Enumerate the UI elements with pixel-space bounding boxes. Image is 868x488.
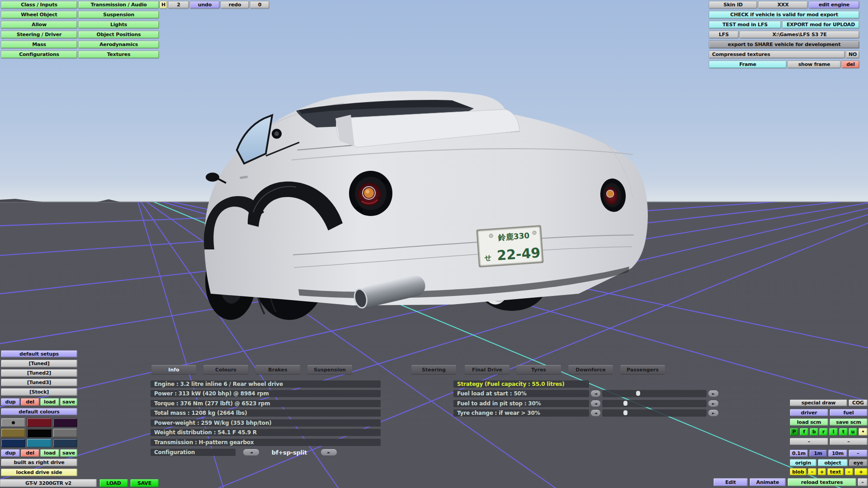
driver-button[interactable]: driver xyxy=(790,409,828,416)
setup-load-button[interactable]: load xyxy=(40,398,59,406)
colour-swatch-6[interactable] xyxy=(53,428,77,437)
edit-mode-button[interactable]: Edit xyxy=(713,478,748,486)
reload-textures-button[interactable]: reload textures xyxy=(788,478,856,486)
pit-fuel-increase-button[interactable]: ► xyxy=(708,400,718,407)
colour-swatch-4[interactable] xyxy=(1,428,25,437)
setup-item-tuned[interactable]: [Tuned] xyxy=(1,360,77,367)
menu-steering-driver[interactable]: Steering / Driver xyxy=(1,31,77,38)
tab-passengers[interactable]: Passengers xyxy=(620,365,665,374)
blob-button[interactable]: blob xyxy=(790,468,807,475)
blob-minus-button[interactable]: – xyxy=(808,468,816,475)
menu-configurations[interactable]: Configurations xyxy=(1,51,77,58)
toggle-f-button[interactable]: f xyxy=(800,428,808,436)
tab-colours[interactable]: Colours xyxy=(203,365,248,374)
colour-swatch-9[interactable] xyxy=(53,439,77,447)
check-valid-button[interactable]: CHECK if vehicle is valid for mod export xyxy=(709,11,859,19)
colour-swatch-7[interactable] xyxy=(1,439,25,447)
eye-button[interactable]: eye xyxy=(849,459,868,466)
vehicle-save-button[interactable]: SAVE xyxy=(130,479,159,487)
configuration-prev-button[interactable]: ◄ xyxy=(243,449,259,455)
setup-save-button[interactable]: save xyxy=(60,398,77,406)
menu-class-inputs[interactable]: Class / Inputs xyxy=(1,1,77,9)
text-plus-button[interactable]: + xyxy=(854,468,868,475)
built-drive-side-button[interactable]: built as right drive xyxy=(1,459,77,466)
tab-tyres[interactable]: Tyres xyxy=(516,365,561,374)
tab-suspension[interactable]: Suspension xyxy=(307,365,352,374)
tab-final-drive[interactable]: Final Drive xyxy=(465,365,509,374)
animate-mode-button[interactable]: Animate xyxy=(750,478,786,486)
menu-mass[interactable]: Mass xyxy=(1,41,77,48)
object-button[interactable]: object xyxy=(818,459,848,466)
show-frame-button[interactable]: show frame xyxy=(788,61,841,68)
pit-fuel-decrease-button[interactable]: ◄ xyxy=(591,400,600,407)
scale-01m-button[interactable]: 0.1m xyxy=(790,450,808,457)
reload-minus-button[interactable]: – xyxy=(858,478,868,486)
tyre-change-slider[interactable] xyxy=(602,409,707,417)
frame-button[interactable]: Frame xyxy=(709,61,787,68)
menu-textures[interactable]: Textures xyxy=(78,51,159,58)
tools-minus-right-button[interactable]: – xyxy=(830,438,868,445)
undo-button[interactable]: undo xyxy=(190,1,220,9)
lfs-path[interactable]: X:\Games\LFS S3 7E xyxy=(740,31,859,38)
tools-minus-left-button[interactable]: – xyxy=(790,438,828,445)
default-colours-header[interactable]: default colours xyxy=(1,408,77,415)
redo-button[interactable]: redo xyxy=(221,1,249,9)
colour-save-button[interactable]: save xyxy=(60,449,77,457)
scale-10m-button[interactable]: 10m xyxy=(828,450,847,457)
test-mod-button[interactable]: TEST mod in LFS xyxy=(709,21,781,28)
save-scm-button[interactable]: save scm xyxy=(830,418,868,426)
colour-swatch-8[interactable] xyxy=(27,439,52,447)
colour-swatch-3[interactable] xyxy=(53,418,77,427)
fuel-load-increase-button[interactable]: ► xyxy=(708,390,718,397)
configuration-next-button[interactable]: ► xyxy=(321,449,337,455)
history-value[interactable]: 2 xyxy=(168,1,189,9)
fuel-load-decrease-button[interactable]: ◄ xyxy=(591,390,600,397)
tyre-change-slider-thumb[interactable] xyxy=(623,410,627,415)
blob-plus-button[interactable]: + xyxy=(818,468,826,475)
menu-transmission-audio[interactable]: Transmission / Audio xyxy=(78,1,159,9)
tab-downforce[interactable]: Downforce xyxy=(568,365,613,374)
tab-brakes[interactable]: Brakes xyxy=(255,365,300,374)
scale-1m-button[interactable]: 1m xyxy=(809,450,827,457)
special-draw-button[interactable]: special draw xyxy=(790,399,847,406)
menu-object-positions[interactable]: Object Positions xyxy=(78,31,159,38)
locked-drive-side-button[interactable]: locked drive side xyxy=(1,469,77,476)
text-minus-button[interactable]: – xyxy=(845,468,853,475)
setup-item-tuned2[interactable]: [Tuned2] xyxy=(1,369,77,377)
toggle-t-button[interactable]: t xyxy=(839,428,848,436)
setup-item-tuned3[interactable]: [Tuned3] xyxy=(1,379,77,386)
menu-lights[interactable]: Lights xyxy=(78,21,159,28)
fuel-load-slider-thumb[interactable] xyxy=(636,391,640,396)
pit-fuel-slider[interactable] xyxy=(602,400,707,407)
toggle-l-button[interactable]: l xyxy=(829,428,838,436)
menu-allow[interactable]: Allow xyxy=(1,21,77,28)
lfs-button[interactable]: LFS xyxy=(709,31,739,38)
origin-button[interactable]: origin xyxy=(790,459,816,466)
text-button[interactable]: text xyxy=(827,468,844,475)
colour-dup-button[interactable]: dup xyxy=(1,449,20,457)
skin-id-value[interactable]: XXX xyxy=(758,1,808,9)
tab-steering[interactable]: Steering xyxy=(411,365,456,374)
edit-engine-button[interactable]: edit engine xyxy=(809,1,859,9)
load-scm-button[interactable]: load scm xyxy=(790,418,828,426)
frame-del-button[interactable]: del xyxy=(842,61,859,68)
tyre-change-decrease-button[interactable]: ◄ xyxy=(591,410,600,416)
colour-swatch-1[interactable] xyxy=(1,418,25,427)
colour-swatch-2[interactable] xyxy=(27,418,52,427)
tyre-change-increase-button[interactable]: ► xyxy=(708,410,718,416)
colour-swatch-5[interactable] xyxy=(27,428,52,437)
menu-aerodynamics[interactable]: Aerodynamics xyxy=(78,41,159,48)
tab-info[interactable]: Info xyxy=(151,365,196,374)
scale-minus-button[interactable]: – xyxy=(849,450,868,457)
export-mod-button[interactable]: EXPORT mod for UPLOAD xyxy=(782,21,859,28)
cog-button[interactable]: COG xyxy=(849,399,868,406)
toggle-r-button[interactable]: r xyxy=(819,428,828,436)
share-export-button[interactable]: export to SHARE vehicle for development xyxy=(709,41,859,48)
fuel-button[interactable]: fuel xyxy=(830,409,868,416)
toggle-p-button[interactable]: P xyxy=(790,428,798,436)
colour-del-button[interactable]: del xyxy=(21,449,39,457)
toggle-u-button[interactable]: u xyxy=(849,428,857,436)
setup-item-stock[interactable]: [Stock] xyxy=(1,388,77,396)
menu-wheel-object[interactable]: Wheel Object xyxy=(1,11,77,19)
colour-load-button[interactable]: load xyxy=(40,449,59,457)
